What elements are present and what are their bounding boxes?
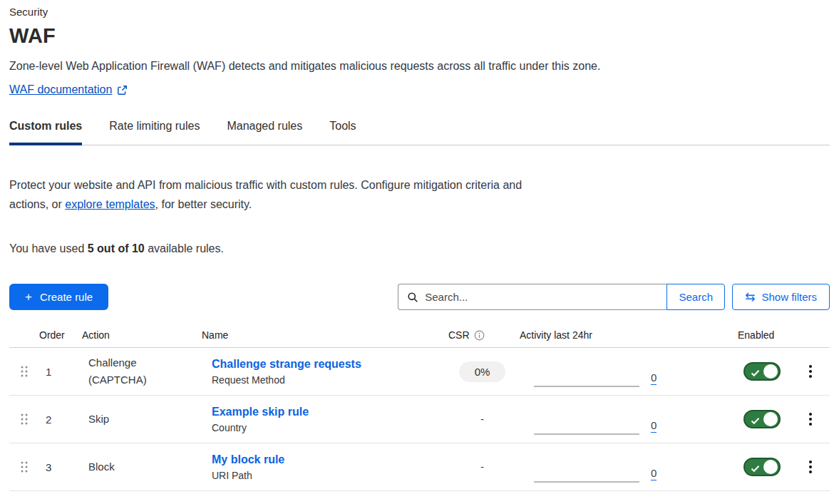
rule-action: Challenge (CAPTCHA) bbox=[82, 354, 202, 389]
check-icon bbox=[751, 416, 760, 427]
waf-page: Security WAF Zone-level Web Application … bbox=[0, 0, 839, 491]
rule-order: 3 bbox=[39, 461, 82, 473]
create-rule-button[interactable]: + Create rule bbox=[9, 284, 108, 310]
activity-sparkline bbox=[534, 481, 639, 483]
rule-field: Country bbox=[212, 422, 448, 433]
rule-name-link[interactable]: Example skip rule bbox=[212, 406, 448, 418]
show-filters-label: Show filters bbox=[761, 291, 817, 303]
tab-bar: Custom rules Rate limiting rules Managed… bbox=[9, 120, 830, 145]
kebab-icon bbox=[809, 413, 812, 416]
row-menu-button[interactable] bbox=[805, 456, 816, 478]
external-link-icon bbox=[117, 85, 128, 96]
row-menu-button[interactable] bbox=[805, 408, 816, 430]
search-button[interactable]: Search bbox=[666, 284, 725, 310]
rule-action-line2: (CAPTCHA) bbox=[88, 371, 202, 389]
swap-arrows-icon: ⇆ bbox=[745, 291, 755, 303]
rules-table: Order Action Name CSR Activity last 24hr… bbox=[9, 326, 830, 491]
create-rule-label: Create rule bbox=[40, 291, 93, 303]
usage-prefix: You have used bbox=[9, 242, 88, 254]
table-header: Order Action Name CSR Activity last 24hr… bbox=[9, 326, 830, 348]
rules-toolbar: + Create rule Search ⇆ Show filt bbox=[9, 284, 830, 310]
usage-count: 5 out of 10 bbox=[88, 242, 145, 254]
table-row: 2 Skip Example skip rule Country - 0 bbox=[9, 396, 830, 443]
kebab-icon bbox=[809, 461, 812, 463]
intro-text-after: , for better security. bbox=[155, 198, 252, 210]
show-filters-button[interactable]: ⇆ Show filters bbox=[732, 284, 830, 310]
rule-action: Block bbox=[82, 458, 202, 475]
enabled-toggle[interactable] bbox=[743, 458, 781, 476]
breadcrumb: Security bbox=[9, 6, 830, 18]
activity-sparkline bbox=[534, 433, 639, 435]
header-action: Action bbox=[82, 326, 202, 347]
table-row: 1 Challenge (CAPTCHA) Challenge strange … bbox=[9, 348, 830, 396]
rule-field: URI Path bbox=[212, 470, 448, 481]
drag-handle-icon[interactable] bbox=[20, 365, 29, 378]
tab-rate-limiting-rules[interactable]: Rate limiting rules bbox=[109, 120, 200, 145]
page-title: WAF bbox=[9, 24, 830, 48]
waf-documentation-link[interactable]: WAF documentation bbox=[9, 83, 112, 96]
drag-handle-icon[interactable] bbox=[20, 461, 29, 473]
search-input[interactable] bbox=[425, 284, 666, 309]
kebab-icon bbox=[809, 365, 812, 368]
rule-order: 2 bbox=[39, 413, 82, 426]
explore-templates-link[interactable]: explore templates bbox=[65, 198, 155, 210]
check-icon bbox=[751, 369, 760, 379]
rule-name-link[interactable]: Challenge strange requests bbox=[212, 358, 448, 371]
tab-tools[interactable]: Tools bbox=[329, 120, 356, 145]
csr-value: - bbox=[459, 461, 505, 473]
enabled-toggle[interactable] bbox=[743, 410, 781, 428]
drag-handle-icon[interactable] bbox=[20, 413, 29, 426]
usage-summary: You have used 5 out of 10 available rule… bbox=[9, 242, 830, 255]
rule-action-line1: Skip bbox=[88, 411, 202, 428]
header-csr: CSR bbox=[448, 326, 520, 347]
activity-count-link[interactable]: 0 bbox=[651, 372, 657, 385]
activity-sparkline bbox=[534, 386, 639, 387]
check-icon bbox=[751, 464, 760, 475]
rule-name-link[interactable]: My block rule bbox=[212, 453, 448, 466]
header-name: Name bbox=[202, 326, 448, 347]
rule-order: 1 bbox=[39, 366, 82, 378]
csr-value-badge: 0% bbox=[459, 361, 505, 382]
header-order: Order bbox=[39, 326, 82, 347]
toggle-knob bbox=[763, 364, 778, 379]
info-icon[interactable] bbox=[474, 330, 485, 341]
rule-action: Skip bbox=[82, 411, 202, 428]
header-activity: Activity last 24hr bbox=[520, 326, 673, 347]
rule-field: Request Method bbox=[212, 374, 448, 386]
intro-text: Protect your website and API from malici… bbox=[9, 175, 540, 214]
toggle-knob bbox=[763, 412, 778, 426]
plus-icon: + bbox=[25, 291, 32, 303]
header-csr-label: CSR bbox=[448, 329, 470, 341]
search-box bbox=[398, 284, 666, 310]
row-menu-button[interactable] bbox=[805, 361, 816, 382]
search-icon bbox=[407, 292, 418, 303]
tab-custom-rules[interactable]: Custom rules bbox=[9, 120, 82, 145]
enabled-toggle[interactable] bbox=[743, 362, 781, 381]
activity-count-link[interactable]: 0 bbox=[651, 420, 657, 433]
header-enabled: Enabled bbox=[738, 326, 791, 347]
tab-managed-rules[interactable]: Managed rules bbox=[227, 120, 302, 145]
page-description: Zone-level Web Application Firewall (WAF… bbox=[9, 60, 830, 73]
csr-value: - bbox=[459, 413, 505, 425]
table-row: 3 Block My block rule URI Path - 0 bbox=[9, 443, 830, 491]
rule-action-line1: Challenge bbox=[88, 354, 202, 371]
toggle-knob bbox=[763, 460, 778, 474]
usage-suffix: available rules. bbox=[145, 242, 224, 254]
rule-action-line1: Block bbox=[88, 458, 202, 475]
activity-count-link[interactable]: 0 bbox=[651, 468, 657, 480]
